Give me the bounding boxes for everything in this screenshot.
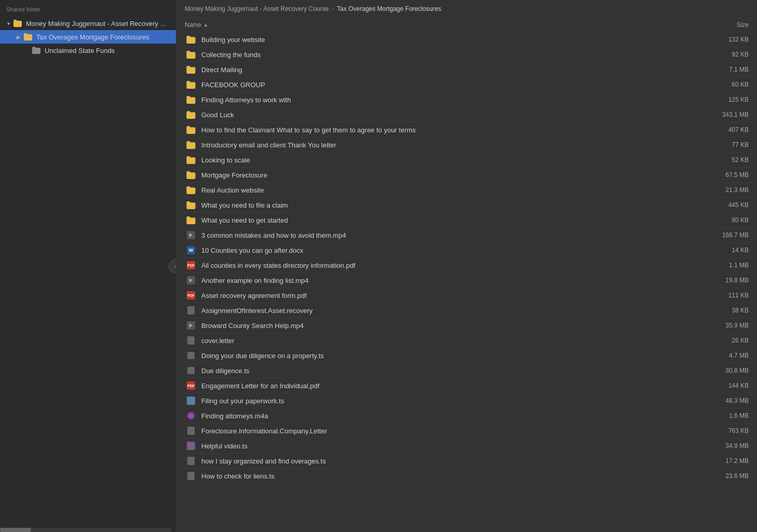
file-row[interactable]: 3 common mistakes and how to avoid them.… xyxy=(176,228,757,243)
file-row[interactable]: cover.letter 26 KB xyxy=(176,333,757,348)
file-name: Foreclosure.Informational.Company.Letter xyxy=(201,427,697,435)
file-size: 60 KB xyxy=(697,81,749,88)
file-row[interactable]: Helpful video.ts 34.9 MB xyxy=(176,439,757,454)
file-row[interactable]: Introductory email and client Thank You … xyxy=(176,138,757,153)
breadcrumb-part-1[interactable]: Money Making Juggernaut - Asset Recovery… xyxy=(185,5,328,12)
arrow-unclaimed xyxy=(23,46,31,54)
file-icon xyxy=(185,49,197,60)
file-size: 77 KB xyxy=(697,141,749,148)
file-name: Looking to scale xyxy=(201,156,697,164)
file-icon xyxy=(185,140,197,150)
file-row[interactable]: Real Auction website 21.3 MB xyxy=(176,183,757,198)
file-icon: ♪ xyxy=(185,411,197,421)
file-icon xyxy=(185,200,197,210)
file-size: 1.6 MB xyxy=(697,412,749,419)
file-name: What you need to get started xyxy=(201,216,697,224)
file-name: What you need to file a claim xyxy=(201,201,697,209)
file-name: Collecting the funds xyxy=(201,51,697,59)
tree-item-tax-overages[interactable]: ▶ Tax Overages Mortgage Foreclosures xyxy=(0,30,176,44)
file-row[interactable]: W 10 Counties you can go after.docx 14 K… xyxy=(176,243,757,258)
sort-icon: ▲ xyxy=(203,22,208,28)
file-size: 17.2 MB xyxy=(697,457,749,465)
file-size: 92 KB xyxy=(697,51,749,58)
file-icon xyxy=(185,230,197,240)
file-row[interactable]: Broward County Search Help.mp4 35.9 MB xyxy=(176,318,757,333)
breadcrumb-part-2[interactable]: Tax Overages Mortgage Foreclosures xyxy=(337,5,441,12)
file-size: 23.6 MB xyxy=(697,472,749,480)
sidebar-scrollbar[interactable] xyxy=(0,528,171,532)
file-row[interactable]: Finding Attorneys to work with 125 KB xyxy=(176,92,757,107)
file-row[interactable]: PDF All counties in every states directo… xyxy=(176,258,757,273)
breadcrumb-separator: › xyxy=(332,5,334,12)
file-size: 14 KB xyxy=(697,247,749,254)
file-size: 35.9 MB xyxy=(697,322,749,329)
file-row[interactable]: how I stay organized and find overages.t… xyxy=(176,454,757,469)
file-icon xyxy=(185,350,197,361)
column-name-header[interactable]: Name ▲ xyxy=(185,21,697,29)
file-icon xyxy=(185,64,197,75)
file-name: Introductory email and client Thank You … xyxy=(201,141,697,149)
tree-item-unclaimed[interactable]: Unclaimed State Funds xyxy=(0,44,176,57)
file-size: 166.7 MB xyxy=(697,231,749,239)
column-size-header[interactable]: Size xyxy=(697,21,749,29)
file-size: 52 KB xyxy=(697,156,749,163)
file-row[interactable]: PDF Asset recovery agreement form.pdf 11… xyxy=(176,288,757,303)
file-size: 34.9 MB xyxy=(697,442,749,449)
file-row[interactable]: Building your website 132 KB xyxy=(176,32,757,47)
file-row[interactable]: What you need to file a claim 445 KB xyxy=(176,198,757,213)
file-size: 21.3 MB xyxy=(697,186,749,194)
file-size: 48.3 MB xyxy=(697,397,749,404)
file-row[interactable]: ♪ Finding attorneys.m4a 1.6 MB xyxy=(176,408,757,424)
arrow-root: ▾ xyxy=(4,19,12,28)
file-row[interactable]: Foreclosure.Informational.Company.Letter… xyxy=(176,424,757,439)
file-name: Real Auction website xyxy=(201,186,697,194)
sidebar-collapse-button[interactable]: ‹ xyxy=(169,259,176,274)
file-size: 144 KB xyxy=(697,382,749,389)
file-name: Finding Attorneys to work with xyxy=(201,96,697,104)
file-row[interactable]: Good Luck 343.1 MB xyxy=(176,107,757,122)
file-row[interactable]: What you need to get started 80 KB xyxy=(176,213,757,228)
file-row[interactable]: AssignmentOfInterest.Asset.recovery 38 K… xyxy=(176,303,757,318)
file-row[interactable]: Collecting the funds 92 KB xyxy=(176,47,757,62)
file-row[interactable]: How to find the Claimant What to say to … xyxy=(176,122,757,138)
file-icon xyxy=(185,305,197,316)
main-panel: Money Making Juggernaut - Asset Recovery… xyxy=(176,0,757,532)
file-list-header: Name ▲ Size xyxy=(176,18,757,32)
file-icon xyxy=(185,456,197,466)
file-size: 67.5 MB xyxy=(697,171,749,179)
file-row[interactable]: Mortgage Foreclosure 67.5 MB xyxy=(176,168,757,183)
file-row[interactable]: Direct Mailing 7.1 MB xyxy=(176,62,757,77)
folder-icon-root xyxy=(12,18,23,29)
file-name: 3 common mistakes and how to avoid them.… xyxy=(201,231,697,239)
breadcrumb: Money Making Juggernaut - Asset Recovery… xyxy=(176,0,757,18)
file-icon xyxy=(185,365,197,376)
sidebar-scrollbar-thumb[interactable] xyxy=(0,528,31,532)
file-icon xyxy=(185,335,197,346)
tree-item-root[interactable]: ▾ Money Making Juggernaut - Asset Recove… xyxy=(0,17,176,30)
file-row[interactable]: How to check for liens.ts 23.6 MB xyxy=(176,469,757,484)
file-row[interactable]: Filing out your paperwork.ts 48.3 MB xyxy=(176,393,757,408)
sidebar: Shared folder ▾ Money Making Juggernaut … xyxy=(0,0,176,532)
file-icon xyxy=(185,320,197,331)
file-size: 7.1 MB xyxy=(697,66,749,73)
tree-label-tax: Tax Overages Mortgage Foreclosures xyxy=(36,33,149,41)
tree-label-unclaimed: Unclaimed State Funds xyxy=(45,47,115,54)
file-row[interactable]: PDF Engagement Letter for an Individual.… xyxy=(176,378,757,393)
file-row[interactable]: Doing your due diligence on a property.t… xyxy=(176,348,757,363)
file-icon: PDF xyxy=(185,290,197,301)
file-size: 19.8 MB xyxy=(697,277,749,284)
file-row[interactable]: Due diligence.ts 30.8 MB xyxy=(176,363,757,378)
file-name: All counties in every states directory i… xyxy=(201,262,697,269)
file-row[interactable]: Another example on finding list.mp4 19.8… xyxy=(176,273,757,288)
file-size: 445 KB xyxy=(697,201,749,209)
file-name: Doing your due diligence on a property.t… xyxy=(201,352,697,360)
file-icon xyxy=(185,94,197,105)
file-name: Asset recovery agreement form.pdf xyxy=(201,292,697,299)
file-row[interactable]: Looking to scale 52 KB xyxy=(176,153,757,168)
file-size: 111 KB xyxy=(697,292,749,299)
file-size: 4.7 MB xyxy=(697,352,749,359)
arrow-tax: ▶ xyxy=(15,33,23,41)
file-row[interactable]: FACEBOOK GROUP 60 KB xyxy=(176,77,757,92)
file-icon xyxy=(185,215,197,225)
file-size: 26 KB xyxy=(697,337,749,344)
